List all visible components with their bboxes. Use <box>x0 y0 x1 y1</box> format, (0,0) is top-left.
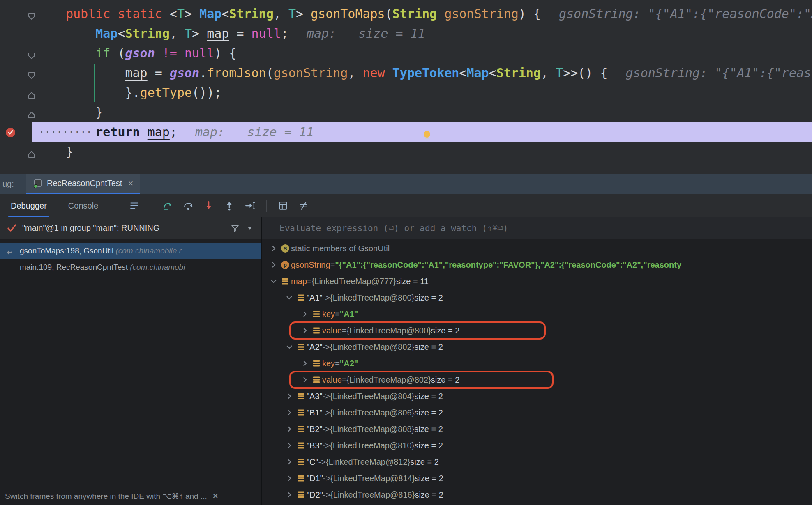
variable-row[interactable]: value = {LinkedTreeMap@800} size = 2 <box>262 322 812 339</box>
code-token <box>66 66 125 80</box>
static-members-icon: S <box>279 243 291 253</box>
variable-text: "B2" <box>307 425 323 434</box>
fold-marker-icon[interactable] <box>27 147 36 156</box>
variable-row[interactable]: Sstatic members of GsonUtil <box>262 240 812 257</box>
chevron-right-icon[interactable] <box>284 424 295 434</box>
code-token <box>177 46 185 60</box>
code-token: != <box>162 46 177 60</box>
view-breakpoints-icon[interactable] <box>274 197 292 215</box>
variable-row[interactable]: value = {LinkedTreeMap@802} size = 2 <box>262 372 812 388</box>
right-margin-guide <box>777 0 777 174</box>
code-line[interactable]: if (gson != null) { <box>66 44 812 63</box>
debug-toolbar-icons <box>125 197 313 215</box>
run-to-cursor-icon[interactable] <box>241 197 259 215</box>
code-token: gsonString <box>274 66 348 80</box>
mute-breakpoints-icon[interactable] <box>295 197 313 215</box>
fold-marker-icon[interactable] <box>27 108 36 117</box>
code-token: new <box>363 66 392 80</box>
variable-row[interactable]: map = {LinkedTreeMap@777} size = 11 <box>262 273 812 289</box>
variable-row[interactable]: "A2" -> {LinkedTreeMap@802} size = 2 <box>262 339 812 355</box>
close-tab-icon[interactable]: × <box>128 178 133 189</box>
variable-text: size = 2 <box>414 441 443 450</box>
variable-text: -> <box>323 408 330 418</box>
breakpoint-icon[interactable] <box>5 126 16 138</box>
fold-marker-icon[interactable] <box>27 88 36 97</box>
thread-selector[interactable]: "main"@1 in group "main": RUNNING <box>0 217 261 239</box>
variable-row[interactable]: "D2" -> {LinkedTreeMap@816} size = 2 <box>262 487 812 503</box>
threads-menu-icon[interactable] <box>125 197 143 215</box>
chevron-right-icon[interactable] <box>284 441 295 450</box>
variable-text: "C" <box>307 457 318 467</box>
variable-text: {LinkedTreeMap@810} <box>330 441 414 450</box>
chevron-right-icon[interactable] <box>268 243 279 253</box>
fold-marker-icon[interactable] <box>27 69 36 78</box>
chevron-right-icon[interactable] <box>299 326 311 335</box>
chevron-down-icon[interactable] <box>284 342 295 352</box>
variable-row[interactable]: "B3" -> {LinkedTreeMap@810} size = 2 <box>262 437 812 454</box>
code-line[interactable]: map = gson.fromJson(gsonString, new Type… <box>66 63 812 83</box>
close-icon[interactable]: ✕ <box>212 491 219 501</box>
code-editor[interactable]: public static <T> Map<String, T> gsonToM… <box>0 0 812 174</box>
resume-icon[interactable] <box>159 197 177 215</box>
fold-marker-icon[interactable] <box>27 49 36 58</box>
code-line[interactable]: ········· return map;map: size = 11 <box>66 122 812 142</box>
chevron-down-icon[interactable] <box>268 276 279 286</box>
variable-row[interactable]: "B2" -> {LinkedTreeMap@808} size = 2 <box>262 421 812 437</box>
chevron-right-icon[interactable] <box>299 375 311 385</box>
chevron-right-icon[interactable] <box>268 260 279 270</box>
chevron-right-icon[interactable] <box>284 408 295 418</box>
collection-icon <box>295 441 307 450</box>
evaluate-expression-input[interactable]: Evaluate expression (⏎) or add a watch (… <box>262 217 812 239</box>
variable-row[interactable]: key = "A1" <box>262 306 812 322</box>
code-line[interactable]: public static <T> Map<String, T> gsonToM… <box>66 4 812 24</box>
chevron-down-icon[interactable] <box>245 223 255 233</box>
variable-row[interactable]: "A3" -> {LinkedTreeMap@804} size = 2 <box>262 388 812 404</box>
collection-icon <box>295 391 307 401</box>
variable-row[interactable]: key = "A2" <box>262 355 812 372</box>
stack-frame[interactable]: main:109, RecReasonCpntTest (com.chinamo… <box>0 259 261 275</box>
intention-bulb-icon[interactable] <box>422 127 432 138</box>
chevron-right-icon[interactable] <box>284 490 295 500</box>
variable-row[interactable]: "A1" -> {LinkedTreeMap@800} size = 2 <box>262 289 812 306</box>
stack-frame-current[interactable]: gsonToMaps:198, GsonUtil (com.chinamobil… <box>0 243 261 259</box>
code-token: fromJson <box>207 66 266 80</box>
step-out-icon[interactable] <box>220 197 238 215</box>
collection-icon <box>279 276 291 286</box>
tab-console[interactable]: Console <box>58 194 109 217</box>
step-over-icon[interactable] <box>179 197 197 215</box>
code-token: < <box>489 66 496 80</box>
code-token: , <box>170 26 185 41</box>
code-token: map <box>148 125 170 139</box>
chevron-right-icon[interactable] <box>284 391 295 401</box>
variable-row[interactable]: "B1" -> {LinkedTreeMap@806} size = 2 <box>262 404 812 421</box>
code-line[interactable]: Map<String, T> map = null;map: size = 11 <box>66 24 812 44</box>
code-line[interactable]: } <box>66 142 812 162</box>
variable-row[interactable]: pgsonString = "{"A1":{"reasonCode":"A1",… <box>262 257 812 273</box>
variable-row[interactable]: "C" -> {LinkedTreeMap@812} size = 2 <box>262 454 812 470</box>
tab-debugger[interactable]: Debugger <box>0 194 58 217</box>
test-class-icon <box>33 179 43 188</box>
force-step-into-icon[interactable] <box>200 197 218 215</box>
code-token: null <box>251 26 281 41</box>
fold-marker-icon[interactable] <box>27 9 36 18</box>
code-token: = <box>148 66 170 80</box>
chevron-right-icon[interactable] <box>284 473 295 483</box>
chevron-right-icon[interactable] <box>299 309 311 319</box>
code-line[interactable]: }.getType()); <box>66 83 812 103</box>
code-line[interactable]: } <box>66 103 812 122</box>
toolbar-separator <box>266 200 267 212</box>
whitespace-dots: ········· <box>39 122 92 142</box>
filter-icon[interactable] <box>230 223 240 233</box>
code-token: String <box>125 26 170 41</box>
chevron-right-icon[interactable] <box>284 457 295 467</box>
variable-text: {LinkedTreeMap@802} <box>330 342 414 352</box>
variables-tree: Sstatic members of GsonUtilpgsonString =… <box>262 240 812 503</box>
collection-icon <box>295 342 307 352</box>
chevron-right-icon[interactable] <box>299 358 311 368</box>
code-token: ( <box>385 7 392 21</box>
tab-recreasoncpnttest[interactable]: RecReasonCpntTest × <box>26 174 140 194</box>
variable-row[interactable]: "D1" -> {LinkedTreeMap@814} size = 2 <box>262 470 812 487</box>
chevron-down-icon[interactable] <box>284 293 295 303</box>
variable-text: {LinkedTreeMap@812} <box>326 457 410 467</box>
code-token: String <box>496 66 541 80</box>
